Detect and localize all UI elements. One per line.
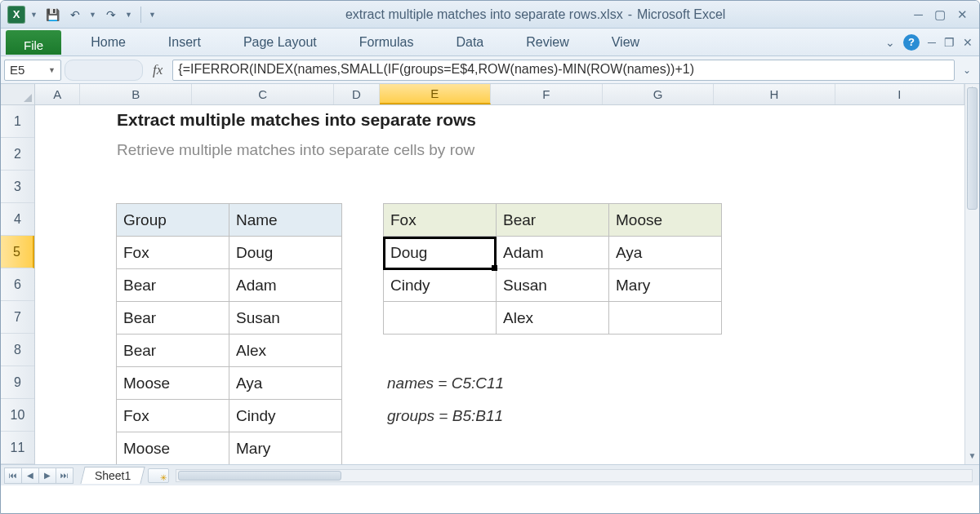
qat-dropdown-icon[interactable]: ▼ (30, 11, 38, 19)
excel-logo-icon: X (7, 6, 25, 24)
col-header-H[interactable]: H (714, 84, 835, 104)
insert-function-icon[interactable]: fx (146, 62, 169, 78)
row-header-1[interactable]: 1 (1, 105, 34, 138)
formula-input[interactable]: {=IFERROR(INDEX(names,SMALL(IF(groups=E$… (172, 60, 955, 81)
col-header-A[interactable]: A (35, 84, 80, 104)
row-header-10[interactable]: 10 (1, 399, 34, 432)
table2-cell[interactable] (609, 302, 722, 335)
table1-cell[interactable]: Cindy (229, 400, 342, 432)
source-table: Group Name FoxDoug BearAdam BearSusan Be… (116, 203, 342, 464)
redo-dropdown-icon[interactable]: ▼ (125, 11, 133, 19)
table2-cell[interactable]: Mary (609, 269, 722, 302)
row-header-4[interactable]: 4 (1, 203, 34, 236)
table2-cell[interactable]: Cindy (384, 269, 497, 302)
table2-header[interactable]: Moose (609, 204, 722, 237)
new-sheet-button[interactable] (148, 468, 169, 483)
qat-customize-icon[interactable]: ▼ (149, 11, 157, 19)
row-header-6[interactable]: 6 (1, 268, 34, 301)
qat-separator (140, 7, 141, 23)
table2-cell[interactable]: Doug (384, 237, 497, 269)
table2-header[interactable]: Bear (497, 204, 609, 237)
redo-icon[interactable]: ↷ (102, 6, 120, 24)
row-header-11[interactable]: 11 (1, 432, 34, 464)
minimize-icon[interactable]: ─ (914, 7, 923, 22)
table2-cell[interactable]: Susan (497, 269, 609, 302)
undo-dropdown-icon[interactable]: ▼ (89, 11, 97, 19)
formula-bar: E5 ▼ fx {=IFERROR(INDEX(names,SMALL(IF(g… (1, 56, 979, 84)
row-header-5[interactable]: 5 (1, 236, 34, 268)
row-header-2[interactable]: 2 (1, 138, 34, 171)
table1-cell[interactable]: Aya (229, 367, 342, 400)
tab-review[interactable]: Review (505, 29, 590, 55)
cell-area[interactable]: Extract multiple matches into separate r… (35, 105, 964, 464)
row-header-7[interactable]: 7 (1, 301, 34, 334)
formula-expand-icon[interactable]: ⌄ (958, 64, 976, 76)
sheet-nav-prev-icon[interactable]: ◀ (21, 467, 39, 484)
table1-cell[interactable]: Fox (117, 237, 229, 269)
named-range-note-names: names = C5:C11 (387, 374, 504, 392)
app-name: Microsoft Excel (637, 7, 725, 22)
table1-cell[interactable]: Adam (229, 269, 342, 302)
table1-cell[interactable]: Moose (117, 432, 229, 465)
name-box-value: E5 (10, 63, 24, 77)
col-header-C[interactable]: C (192, 84, 334, 104)
tab-home[interactable]: Home (69, 29, 147, 55)
spreadsheet-grid: A B C D E F G H I 1 2 3 4 5 6 7 8 9 10 1… (1, 84, 979, 485)
maximize-icon[interactable]: ▢ (934, 7, 946, 22)
workbook-minimize-icon[interactable]: ─ (928, 36, 936, 49)
sheet-tab-sheet1[interactable]: Sheet1 (80, 467, 145, 484)
column-headers: A B C D E F G H I (35, 84, 964, 105)
sheet-nav-next-icon[interactable]: ▶ (38, 467, 56, 484)
table1-cell[interactable]: Fox (117, 400, 229, 432)
table1-cell[interactable]: Mary (229, 432, 342, 465)
row-header-9[interactable]: 9 (1, 366, 34, 399)
table1-cell[interactable]: Bear (117, 302, 229, 335)
name-box-dropdown-icon[interactable]: ▼ (48, 66, 56, 74)
row-header-3[interactable]: 3 (1, 171, 34, 203)
undo-icon[interactable]: ↶ (66, 6, 84, 24)
table1-cell[interactable]: Bear (117, 335, 229, 367)
vertical-scroll-thumb[interactable] (967, 87, 978, 210)
row-header-8[interactable]: 8 (1, 334, 34, 366)
table1-cell[interactable]: Moose (117, 367, 229, 400)
vertical-scrollbar[interactable]: ▲ ▼ (964, 84, 979, 464)
close-icon[interactable]: ✕ (957, 7, 968, 22)
table1-cell[interactable]: Doug (229, 237, 342, 269)
table1-header-name[interactable]: Name (229, 204, 342, 237)
table2-cell[interactable]: Aya (609, 237, 722, 269)
tab-insert[interactable]: Insert (147, 29, 222, 55)
sheet-nav-first-icon[interactable]: ⏮ (4, 467, 22, 484)
tab-formulas[interactable]: Formulas (338, 29, 435, 55)
select-all-button[interactable] (1, 84, 35, 105)
table2-cell[interactable]: Adam (497, 237, 609, 269)
tab-view[interactable]: View (590, 29, 661, 55)
table1-cell[interactable]: Alex (229, 335, 342, 367)
ribbon-minimize-icon[interactable]: ⌄ (885, 36, 895, 49)
col-header-F[interactable]: F (491, 84, 603, 104)
name-box[interactable]: E5 ▼ (4, 60, 61, 81)
table2-cell[interactable] (384, 302, 497, 335)
col-header-D[interactable]: D (334, 84, 379, 104)
help-icon[interactable]: ? (903, 34, 920, 51)
tab-data[interactable]: Data (434, 29, 505, 55)
table1-header-group[interactable]: Group (117, 204, 229, 237)
col-header-E[interactable]: E (380, 84, 492, 104)
tab-page-layout[interactable]: Page Layout (222, 29, 338, 55)
result-table: Fox Bear Moose Doug Adam Aya Cindy Susan… (383, 203, 722, 335)
sheet-nav-last-icon[interactable]: ⏭ (56, 467, 74, 484)
table2-cell[interactable]: Alex (497, 302, 609, 335)
workbook-restore-icon[interactable]: ❐ (944, 36, 955, 49)
table2-header[interactable]: Fox (384, 204, 497, 237)
table1-cell[interactable]: Bear (117, 269, 229, 302)
file-tab[interactable]: File (6, 30, 61, 55)
horizontal-scroll-thumb[interactable] (178, 471, 341, 481)
sheet-nav-buttons: ⏮ ◀ ▶ ⏭ (1, 467, 76, 484)
col-header-I[interactable]: I (835, 84, 964, 104)
save-icon[interactable]: 💾 (43, 6, 61, 24)
table1-cell[interactable]: Susan (229, 302, 342, 335)
workbook-close-icon[interactable]: ✕ (963, 36, 973, 49)
scroll-down-icon[interactable]: ▼ (965, 451, 979, 464)
col-header-B[interactable]: B (80, 84, 192, 104)
col-header-G[interactable]: G (603, 84, 715, 104)
horizontal-scrollbar[interactable] (176, 469, 973, 482)
